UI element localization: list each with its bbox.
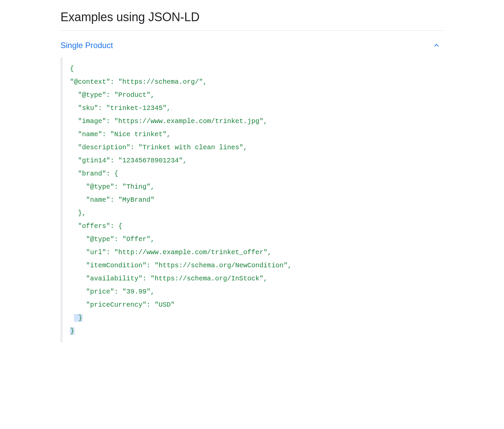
page-container: Examples using JSON-LD Single Product { … (50, 0, 454, 356)
chevron-up-icon (433, 42, 439, 48)
accordion-title: Single Product (60, 41, 113, 50)
page-heading: Examples using JSON-LD (60, 10, 444, 24)
code-highlight: } (74, 314, 83, 322)
code-block: { "@context": "https://schema.org/", "@t… (60, 57, 444, 342)
accordion-header[interactable]: Single Product (60, 39, 444, 57)
code-highlight: } (70, 327, 75, 335)
divider (60, 30, 444, 31)
